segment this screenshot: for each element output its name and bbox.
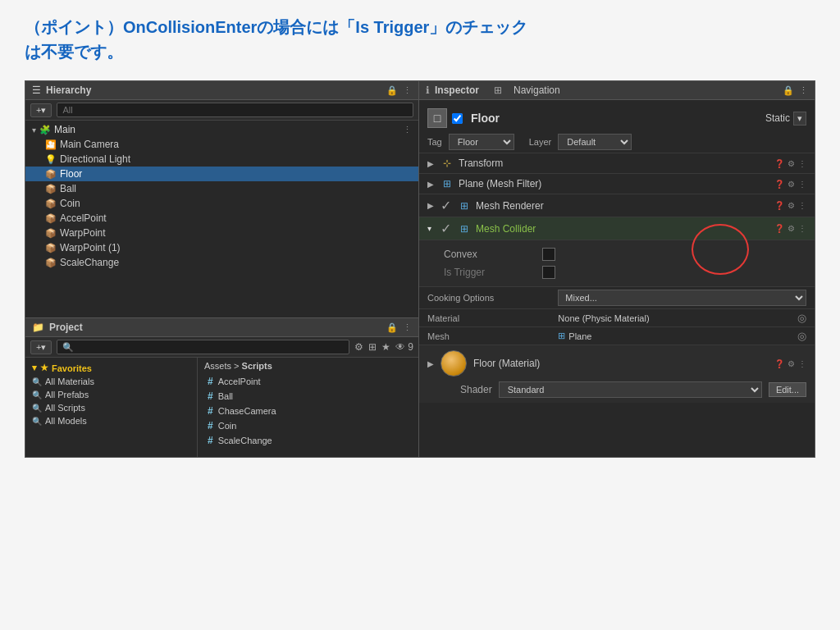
mesh-filter-component[interactable]: ▶ ⊞ Plane (Mesh Filter) ❓ ⚙ ⋮ (419, 173, 815, 194)
edit-button[interactable]: Edit... (769, 382, 806, 397)
tag-dropdown[interactable]: Floor (449, 134, 514, 150)
tree-item-warppoint1[interactable]: 📦 WarpPoint (1) (25, 240, 418, 255)
tree-item-coin[interactable]: 📦 Coin (25, 196, 418, 211)
object-active-checkbox[interactable] (452, 113, 463, 124)
all-scripts-label: All Scripts (45, 403, 85, 413)
chasecamera-script-label: ChaseCamera (218, 406, 276, 416)
tree-item-floor[interactable]: 📦 Floor (25, 167, 418, 181)
coin-script-label: Coin (218, 421, 237, 431)
mesh-renderer-component[interactable]: ▶ ✓ ⊞ Mesh Renderer ❓ ⚙ ⋮ (419, 194, 815, 217)
inspector-menu-icon[interactable]: ⋮ (799, 85, 808, 96)
project-add-button[interactable]: +▾ (30, 340, 52, 354)
tree-item-warppoint[interactable]: 📦 WarpPoint (25, 226, 418, 240)
mesh-collider-help-icon[interactable]: ❓ (774, 224, 784, 233)
hierarchy-menu-icon[interactable]: ⋮ (403, 85, 412, 96)
shader-dropdown[interactable]: Standard (499, 381, 762, 398)
material-arrow-icon: ▶ (427, 359, 434, 368)
script-item-scalechange[interactable]: # ScaleChange (204, 433, 412, 448)
static-group: Static ▾ (765, 112, 806, 126)
mesh-collider-menu-icon[interactable]: ⋮ (798, 224, 806, 233)
search-icon-scripts: 🔍 (32, 404, 42, 413)
project-tools-icon[interactable]: ⚙ (354, 341, 363, 353)
main-camera-cube-icon: 🎦 (45, 139, 57, 150)
transform-help-icon[interactable]: ❓ (774, 159, 784, 168)
material-settings-icon[interactable]: ⚙ (788, 359, 795, 368)
mesh-field-value: ⊞ Plane ◎ (558, 330, 806, 342)
material-target-icon[interactable]: ◎ (797, 312, 806, 324)
floor-label: Floor (60, 168, 82, 180)
project-search-input[interactable] (57, 340, 349, 354)
script-item-coin[interactable]: # Coin (204, 418, 412, 433)
static-dropdown-button[interactable]: ▾ (793, 112, 806, 126)
hierarchy-lock-icon[interactable]: 🔒 (386, 85, 398, 96)
sidebar-all-scripts[interactable]: 🔍 All Scripts (25, 401, 197, 414)
mesh-collider-settings-icon[interactable]: ⚙ (788, 224, 795, 233)
mesh-collider-arrow-icon: ▾ (427, 224, 436, 233)
transform-settings-icon[interactable]: ⚙ (788, 159, 795, 168)
material-menu-icon[interactable]: ⋮ (798, 359, 806, 368)
transform-menu-icon[interactable]: ⋮ (798, 159, 806, 168)
tree-item-accelpoint[interactable]: 📦 AccelPoint (25, 211, 418, 226)
hierarchy-search-input[interactable] (57, 103, 413, 117)
hierarchy-tree: ▾ 🧩 Main ⋮ 🎦 Main Camera 💡 Directional L… (25, 121, 418, 317)
project-lock-icon[interactable]: 🔒 (386, 322, 398, 333)
script-item-ball[interactable]: # Ball (204, 389, 412, 404)
hierarchy-toolbar: +▾ (25, 100, 418, 121)
mesh-value-text: Plane (568, 331, 794, 341)
sidebar-all-models[interactable]: 🔍 All Models (25, 414, 197, 427)
favorites-star-icon: ★ (40, 363, 48, 373)
ball-script-label: Ball (218, 391, 233, 401)
sidebar-all-prefabs[interactable]: 🔍 All Prefabs (25, 388, 197, 401)
mesh-filter-help-icon[interactable]: ❓ (774, 180, 784, 189)
main-options-icon[interactable]: ⋮ (403, 125, 412, 135)
mesh-renderer-help-icon[interactable]: ❓ (774, 201, 784, 210)
project-star-icon[interactable]: ★ (381, 341, 390, 353)
project-eye-icon[interactable]: 👁 9 (395, 341, 413, 353)
navigation-icon: ⊞ (494, 84, 502, 96)
breadcrumb-assets: Assets (204, 361, 231, 371)
coin-cube-icon: 📦 (45, 199, 57, 209)
coin-label: Coin (60, 198, 80, 209)
favorites-header[interactable]: ▾ ★ Favorites (25, 361, 197, 375)
tree-item-main-camera[interactable]: 🎦 Main Camera (25, 137, 418, 152)
is-trigger-checkbox[interactable] (542, 266, 555, 279)
search-icon-materials: 🔍 (32, 377, 42, 386)
left-panel: ☰ Hierarchy 🔒 ⋮ +▾ ▾ 🧩 Main ⋮ 🎦 Main Cam… (25, 81, 419, 457)
convex-checkbox[interactable] (542, 248, 555, 261)
ball-label: Ball (60, 183, 76, 194)
sidebar-all-materials[interactable]: 🔍 All Materials (25, 375, 197, 388)
inspector-lock-icon[interactable]: 🔒 (783, 85, 794, 96)
project-panel: 📁 Project 🔒 ⋮ +▾ ⚙ ⊞ ★ 👁 9 ▾ ★ Favorites (25, 317, 418, 457)
inspector-panel: ℹ Inspector ⊞ Navigation 🔒 ⋮ □ Floor Sta… (419, 81, 815, 457)
mesh-collider-fields: Convex Is Trigger (419, 240, 815, 286)
script-item-accelpoint[interactable]: # AccelPoint (204, 374, 412, 389)
mesh-collider-icon: ⊞ (458, 222, 471, 235)
transform-component[interactable]: ▶ ⊹ Transform ❓ ⚙ ⋮ (419, 153, 815, 173)
hierarchy-add-button[interactable]: +▾ (30, 103, 52, 117)
mesh-target-icon[interactable]: ◎ (797, 330, 806, 342)
material-help-icon[interactable]: ❓ (774, 359, 784, 368)
tree-item-scalechange[interactable]: 📦 ScaleChange (25, 255, 418, 270)
cooking-options-dropdown[interactable]: Mixed... (558, 290, 806, 306)
script-item-chasecamera[interactable]: # ChaseCamera (204, 404, 412, 418)
search-icon-models: 🔍 (32, 417, 42, 426)
mesh-renderer-menu-icon[interactable]: ⋮ (798, 201, 806, 210)
project-filter-icon[interactable]: ⊞ (368, 341, 377, 353)
layer-dropdown[interactable]: Default (558, 134, 632, 150)
mesh-filter-menu-icon[interactable]: ⋮ (798, 180, 806, 189)
project-menu-icon[interactable]: ⋮ (403, 322, 412, 333)
mesh-collider-header-row[interactable]: ▾ ✓ ⊞ Mesh Collider ❓ ⚙ ⋮ (419, 217, 815, 240)
mesh-filter-settings-icon[interactable]: ⚙ (788, 180, 795, 189)
warppoint-label: WarpPoint (60, 227, 106, 239)
tree-item-ball[interactable]: 📦 Ball (25, 181, 418, 196)
favorites-label: Favorites (52, 363, 92, 373)
tag-layer-row: Tag Floor Layer Default (419, 131, 815, 153)
tree-item-directional-light[interactable]: 💡 Directional Light (25, 152, 418, 167)
mesh-filter-icon: ⊞ (441, 177, 454, 190)
project-sidebar: ▾ ★ Favorites 🔍 All Materials 🔍 All Pref… (25, 358, 198, 457)
object-name: Floor (471, 112, 760, 125)
transform-controls: ❓ ⚙ ⋮ (774, 159, 806, 168)
shader-label: Shader (460, 384, 492, 395)
tree-item-main[interactable]: ▾ 🧩 Main ⋮ (25, 122, 418, 137)
mesh-renderer-settings-icon[interactable]: ⚙ (788, 201, 795, 210)
